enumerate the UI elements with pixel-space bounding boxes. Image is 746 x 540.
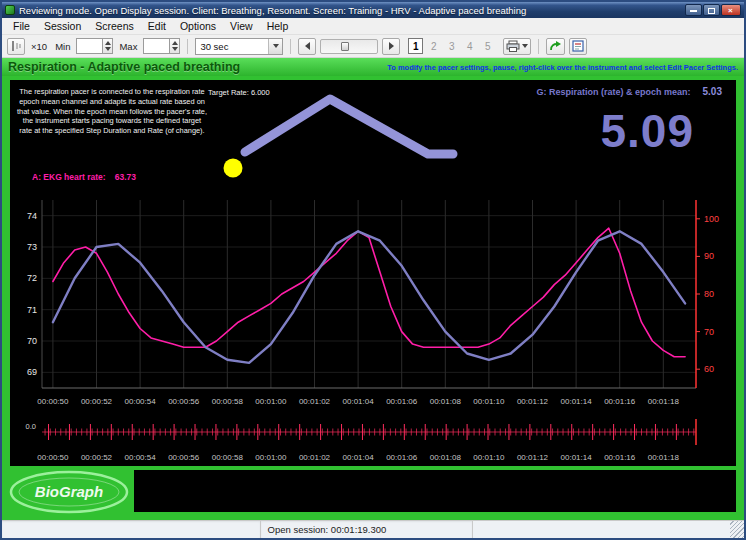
arrow-right-icon — [389, 42, 394, 50]
scale-label: ×10 — [29, 41, 49, 52]
resize-grip[interactable] — [730, 521, 744, 538]
svg-text:70: 70 — [704, 327, 714, 337]
minimize-icon — [690, 10, 697, 12]
close-icon — [728, 7, 733, 15]
max-input[interactable] — [143, 38, 169, 54]
export-button[interactable] — [546, 38, 565, 55]
menu-options[interactable]: Options — [173, 19, 223, 33]
menu-bar: File Session Screens Edit Options View H… — [2, 18, 744, 35]
screen-title: Respiration - Adaptive paced breathing — [8, 60, 240, 74]
page-button-1[interactable]: 1 — [408, 38, 423, 54]
print-button[interactable] — [503, 38, 531, 55]
svg-text:00:01:02: 00:01:02 — [299, 397, 331, 406]
svg-text:0.0: 0.0 — [26, 422, 36, 431]
min-spinner[interactable] — [76, 38, 113, 54]
min-input[interactable] — [76, 38, 102, 54]
menu-screens[interactable]: Screens — [88, 19, 141, 33]
toolbar-separator — [187, 39, 188, 54]
svg-text:00:01:00: 00:01:00 — [255, 453, 287, 462]
svg-text:70: 70 — [27, 336, 37, 346]
report-icon — [572, 40, 584, 52]
page-button-3[interactable]: 3 — [444, 38, 459, 54]
y-scale-icon — [10, 40, 22, 52]
ekg-value: 63.73 — [115, 172, 136, 182]
svg-text:00:01:12: 00:01:12 — [517, 453, 549, 462]
svg-text:00:01:04: 00:01:04 — [343, 453, 375, 462]
svg-text:00:01:08: 00:01:08 — [430, 397, 462, 406]
nav-forward-button[interactable] — [382, 38, 400, 55]
event-bar — [134, 470, 736, 512]
svg-text:80: 80 — [704, 289, 714, 299]
respiration-readout: G: Respiration (rate) & epoch mean: 5.03 — [537, 86, 723, 97]
status-left-panel — [2, 521, 261, 538]
spin-down-icon — [172, 47, 178, 51]
spin-down-icon — [105, 47, 111, 51]
y-scale-button[interactable] — [7, 38, 25, 55]
min-label: Min — [53, 41, 72, 52]
svg-text:73: 73 — [27, 242, 37, 252]
maximize-icon — [708, 8, 715, 14]
minimize-button[interactable] — [685, 4, 702, 16]
menu-view[interactable]: View — [223, 19, 260, 33]
svg-text:00:01:10: 00:01:10 — [473, 453, 505, 462]
spin-up-icon — [105, 41, 111, 45]
svg-text:100: 100 — [704, 214, 719, 224]
svg-text:00:01:02: 00:01:02 — [299, 453, 331, 462]
menu-help[interactable]: Help — [260, 19, 296, 33]
pacer-settings-hint: To modify the pacer settings, pause, rig… — [240, 63, 738, 72]
session-time-panel: Open session: 00:01:19.300 — [261, 521, 473, 538]
slider-thumb[interactable] — [341, 42, 349, 51]
svg-text:74: 74 — [27, 211, 37, 221]
max-label: Max — [117, 41, 139, 52]
svg-text:69: 69 — [27, 367, 37, 377]
printer-icon — [506, 40, 520, 52]
menu-session[interactable]: Session — [37, 19, 88, 33]
max-spinner-arrows[interactable] — [169, 38, 180, 54]
chevron-down-icon — [273, 44, 279, 48]
max-spinner[interactable] — [143, 38, 180, 54]
title-bar: Reviewing mode. Open Display session. Cl… — [2, 2, 744, 18]
page-button-4[interactable]: 4 — [462, 38, 477, 54]
epoch-mean-big-value: 5.09 — [600, 104, 694, 158]
svg-text:00:01:12: 00:01:12 — [517, 397, 549, 406]
svg-text:00:00:54: 00:00:54 — [125, 453, 157, 462]
svg-text:00:01:08: 00:01:08 — [430, 453, 462, 462]
report-button[interactable] — [569, 38, 587, 55]
close-button[interactable] — [721, 4, 741, 16]
svg-text:00:00:56: 00:00:56 — [168, 453, 200, 462]
time-window-select[interactable]: 30 sec — [195, 38, 283, 55]
nav-back-button[interactable] — [298, 38, 316, 55]
svg-text:00:00:58: 00:00:58 — [212, 453, 244, 462]
svg-text:00:01:16: 00:01:16 — [604, 453, 636, 462]
svg-text:00:01:10: 00:01:10 — [473, 397, 505, 406]
ekg-raw-strip-chart: 0.000:00:5000:00:5200:00:5400:00:5600:00… — [10, 416, 736, 466]
svg-text:00:01:16: 00:01:16 — [604, 397, 636, 406]
spin-up-icon — [172, 41, 178, 45]
breathing-pacer-instrument[interactable] — [205, 94, 465, 189]
app-icon — [5, 5, 15, 15]
combo-dropdown-button[interactable] — [268, 39, 282, 54]
respiration-label: G: Respiration (rate) & epoch mean: — [537, 87, 691, 97]
respiration-value: 5.03 — [703, 86, 722, 97]
svg-text:00:00:56: 00:00:56 — [168, 397, 200, 406]
page-selector: 1 2 3 4 5 — [408, 38, 495, 54]
status-bar: Open session: 00:01:19.300 — [2, 520, 744, 538]
page-button-2[interactable]: 2 — [426, 38, 441, 54]
svg-text:00:01:18: 00:01:18 — [648, 397, 680, 406]
ekg-label: A: EKG heart rate: — [32, 172, 106, 182]
svg-text:60: 60 — [704, 364, 714, 374]
biograph-logo-text: BioGraph — [35, 483, 103, 500]
instrument-display: The respiration pacer is connected to th… — [10, 80, 736, 466]
min-spinner-arrows[interactable] — [102, 38, 113, 54]
svg-text:00:00:54: 00:00:54 — [125, 397, 157, 406]
menu-file[interactable]: File — [6, 19, 37, 33]
instrument-panel: The respiration pacer is connected to th… — [2, 76, 744, 520]
green-arrow-icon — [549, 40, 562, 52]
page-button-5[interactable]: 5 — [480, 38, 495, 54]
svg-text:00:00:52: 00:00:52 — [81, 397, 113, 406]
svg-text:00:00:58: 00:00:58 — [212, 397, 244, 406]
session-position-slider[interactable] — [320, 39, 378, 54]
maximize-button[interactable] — [703, 4, 720, 16]
menu-edit[interactable]: Edit — [141, 19, 173, 33]
svg-text:00:01:14: 00:01:14 — [561, 397, 593, 406]
